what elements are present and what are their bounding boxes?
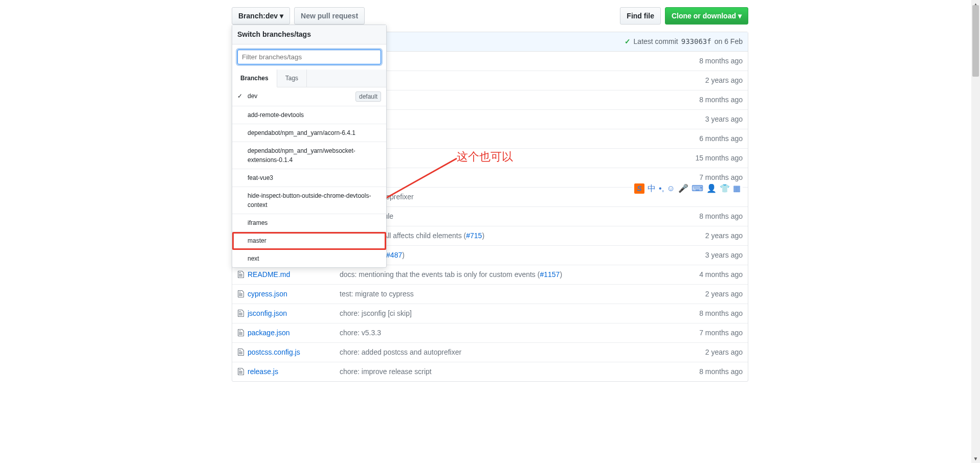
- branch-item-label: next: [248, 254, 259, 263]
- commit-message[interactable]: test: migrate to cypress: [340, 289, 681, 299]
- ime-voice-icon[interactable]: 🎤: [678, 182, 688, 195]
- commit-message[interactable]: apse/Expand All affects child elements (…: [340, 230, 681, 241]
- vertical-scrollbar[interactable]: ▲ ▼: [971, 0, 980, 382]
- clone-label: Clone or download: [672, 11, 736, 21]
- branch-item-label: hide-inspect-button-outside-chrome-devto…: [248, 191, 381, 210]
- file-age: 15 months ago: [681, 153, 743, 164]
- branch-item-label: dependabot/npm_and_yarn/acorn-6.4.1: [248, 128, 355, 137]
- commit-message[interactable]: chore: v5.3.3: [340, 328, 681, 338]
- table-row: jsconfig.jsonchore: jsconfig [ci skip]8 …: [232, 304, 748, 323]
- file-name[interactable]: postcss.config.js: [248, 347, 340, 358]
- caret-down-icon: ▾: [280, 11, 283, 21]
- ime-emoji-icon[interactable]: ☺: [667, 182, 675, 195]
- table-row: package.jsonchore: v5.3.37 months ago: [232, 323, 748, 343]
- ime-punct-icon[interactable]: •ˌ: [659, 182, 664, 195]
- file-age: 7 months ago: [681, 328, 743, 338]
- file-age: 8 months ago: [681, 366, 743, 377]
- check-icon: ✓: [625, 36, 631, 47]
- commit-message[interactable]: chore: improve release script: [340, 366, 681, 377]
- caret-down-icon: ▾: [738, 11, 742, 21]
- ime-lang-icon[interactable]: 中: [648, 182, 656, 195]
- branch-item-hide-inspect-button-outside-chrome-devtools-context[interactable]: hide-inspect-button-outside-chrome-devto…: [232, 187, 386, 214]
- commit-message[interactable]: chore: jsconfig [ci skip]: [340, 308, 681, 319]
- table-row: postcss.config.jschore: added postcss an…: [232, 343, 748, 362]
- check-icon: ✓: [237, 91, 242, 101]
- commit-date: on 6 Feb: [715, 36, 743, 47]
- dropdown-title: Switch branches/tags: [232, 25, 386, 44]
- branch-select-button[interactable]: Branch: dev ▾: [232, 7, 290, 25]
- branch-item-label: add-remote-devtools: [248, 110, 304, 120]
- branch-item-label: master: [248, 236, 266, 245]
- branch-item-dependabot-npm-and-yarn-websocket-extensions-0-1-4[interactable]: dependabot/npm_and_yarn/websocket-extens…: [232, 142, 386, 169]
- table-row: release.jschore: improve release script8…: [232, 362, 748, 381]
- branch-item-label: dev: [248, 91, 257, 101]
- tab-branches[interactable]: Branches: [232, 70, 277, 87]
- repo-page: Branch: dev ▾ New pull request Find file…: [232, 0, 748, 382]
- table-row: README.mddocs: mentioning that the event…: [232, 265, 748, 285]
- file-name[interactable]: README.md: [248, 269, 340, 280]
- commit-message[interactable]: ostcss and autoprefixer: [340, 192, 681, 202]
- ime-menu-icon[interactable]: ▦: [733, 182, 741, 195]
- ime-skin-icon[interactable]: 👕: [720, 182, 730, 195]
- latest-commit-label: Latest commit: [634, 36, 678, 47]
- branch-item-dependabot-npm-and-yarn-acorn-6-4-1[interactable]: dependabot/npm_and_yarn/acorn-6.4.1: [232, 124, 386, 142]
- find-file-button[interactable]: Find file: [620, 7, 661, 25]
- file-icon: [237, 328, 248, 338]
- file-icon: [237, 308, 248, 319]
- file-name[interactable]: package.json: [248, 328, 340, 338]
- branch-item-label: feat-vue3: [248, 173, 273, 182]
- file-age: 4 months ago: [681, 269, 743, 280]
- file-icon: [237, 347, 248, 358]
- branch-item-add-remote-devtools[interactable]: add-remote-devtools: [232, 106, 386, 124]
- branch-item-master[interactable]: master: [232, 232, 386, 250]
- file-icon: [237, 289, 248, 299]
- commit-message[interactable]: ot: [340, 114, 681, 125]
- branch-item-dev[interactable]: ✓devdefault: [232, 87, 386, 106]
- ime-keyboard-icon[interactable]: ⌨: [692, 182, 703, 195]
- branch-dropdown: Switch branches/tags Branches Tags ✓devd…: [232, 25, 387, 268]
- commit-message[interactable]: ar: [340, 133, 681, 144]
- ime-toolbar[interactable]: S 中 •ˌ ☺ 🎤 ⌨ 👤 👕 ▦: [632, 181, 743, 196]
- file-icon: [237, 366, 248, 377]
- file-age: 2 years ago: [681, 75, 743, 86]
- commit-hash[interactable]: 933063f: [681, 36, 711, 47]
- commit-meta: ✓ Latest commit 933063f on 6 Feb: [625, 36, 743, 47]
- commit-message[interactable]: creenshots: [340, 153, 681, 164]
- commit-message[interactable]: update range (#487): [340, 250, 681, 261]
- commit-message[interactable]: docs: mentioning that the events tab is …: [340, 269, 681, 280]
- file-age: 2 years ago: [681, 347, 743, 358]
- file-age: 8 months ago: [681, 308, 743, 319]
- file-icon: [237, 269, 248, 280]
- tab-tags[interactable]: Tags: [277, 70, 307, 87]
- branch-prefix: Branch:: [238, 11, 265, 21]
- file-age: 8 months ago: [681, 211, 743, 222]
- default-badge: default: [355, 91, 381, 102]
- branch-name: dev: [265, 11, 278, 21]
- branch-item-iframes[interactable]: iframes: [232, 214, 386, 232]
- branch-item-label: iframes: [248, 218, 268, 227]
- repo-toolbar: Branch: dev ▾ New pull request Find file…: [232, 7, 748, 25]
- commit-message[interactable]: nable no-var rule: [340, 211, 681, 222]
- file-age: 8 months ago: [681, 56, 743, 66]
- commit-message[interactable]: ckfile: [340, 56, 681, 66]
- clone-download-button[interactable]: Clone or download ▾: [665, 7, 748, 25]
- file-age: 3 years ago: [681, 250, 743, 261]
- file-name[interactable]: jsconfig.json: [248, 308, 340, 319]
- sogou-logo-icon: S: [634, 183, 644, 194]
- file-name[interactable]: cypress.json: [248, 289, 340, 299]
- scrollbar-thumb[interactable]: [972, 5, 979, 77]
- commit-message[interactable]: late: [340, 75, 681, 86]
- new-pull-request-button[interactable]: New pull request: [294, 7, 365, 25]
- ime-user-icon[interactable]: 👤: [706, 182, 717, 195]
- branch-item-label: dependabot/npm_and_yarn/websocket-extens…: [248, 146, 381, 165]
- file-age: 2 years ago: [681, 230, 743, 241]
- file-age: 2 years ago: [681, 289, 743, 299]
- file-name[interactable]: release.js: [248, 366, 340, 377]
- file-age: 6 months ago: [681, 133, 743, 144]
- commit-message[interactable]: chore: added postcss and autoprefixer: [340, 347, 681, 358]
- filter-branches-input[interactable]: [237, 50, 381, 64]
- branch-item-feat-vue3[interactable]: feat-vue3: [232, 169, 386, 187]
- branch-item-next[interactable]: next: [232, 250, 386, 267]
- file-age: 8 months ago: [681, 95, 743, 105]
- table-row: cypress.jsontest: migrate to cypress2 ye…: [232, 285, 748, 304]
